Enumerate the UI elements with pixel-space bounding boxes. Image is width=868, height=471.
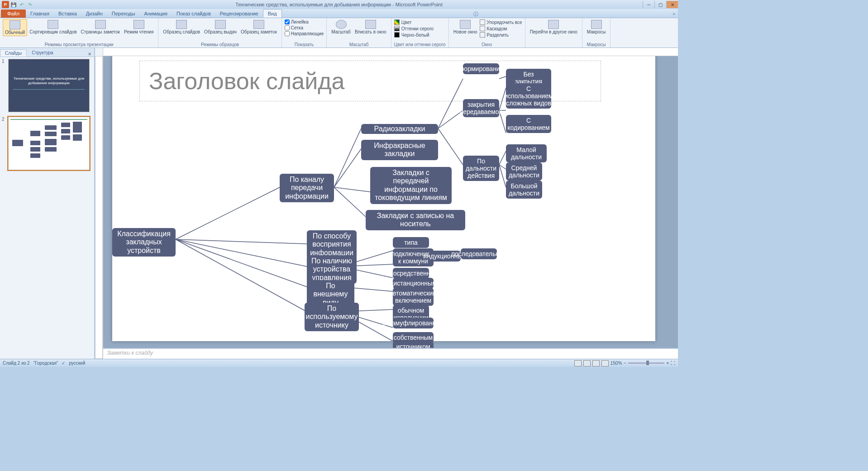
svg-line-11: [438, 128, 463, 165]
diagram-node[interactable]: Большой дальности: [506, 181, 542, 199]
spell-check-icon[interactable]: ✓: [62, 361, 65, 366]
close-button[interactable]: ✕: [666, 1, 678, 8]
diagram-node[interactable]: дистанционным: [393, 278, 434, 289]
switch-window-button[interactable]: Перейти в другое окно: [528, 19, 579, 35]
reading-view-status-button[interactable]: [592, 360, 600, 366]
grid-checkbox[interactable]: Сетка: [285, 25, 324, 31]
slide-thumbnail-1[interactable]: Технические средства, используемые для д…: [8, 59, 90, 112]
ruler-checkbox[interactable]: Линейка: [285, 19, 324, 25]
svg-line-8: [334, 187, 366, 217]
diagram-node[interactable]: Средней дальности: [506, 162, 542, 181]
diagram-node[interactable]: С использованием сложных видов: [506, 83, 551, 109]
slides-panel: Слайды Структура ✕ 1 Технические средств…: [0, 48, 95, 359]
svg-line-18: [499, 165, 506, 187]
tab-design[interactable]: Дизайн: [81, 10, 107, 18]
diagram-node[interactable]: Классификация закладных устройств: [112, 228, 176, 257]
svg-line-3: [176, 239, 307, 287]
tab-review[interactable]: Рецензирование: [215, 10, 263, 18]
group-presentation-views: Обычный Сортировщик слайдов Страницы зам…: [0, 18, 158, 48]
slide[interactable]: Заголовок слайда: [112, 56, 655, 341]
outline-tab[interactable]: Структура: [27, 49, 58, 57]
sorter-view-button[interactable]: Сортировщик слайдов: [28, 19, 78, 35]
maximize-button[interactable]: ▢: [654, 1, 666, 8]
notes-pane[interactable]: Заметки к слайду: [103, 348, 678, 359]
switch-window-icon: [548, 20, 559, 29]
normal-view-button[interactable]: Обычный: [3, 19, 27, 36]
reading-view-button[interactable]: Режим чтения: [122, 19, 155, 35]
notes-master-icon: [253, 20, 264, 29]
diagram-node[interactable]: С кодированием: [506, 115, 551, 133]
slide-thumbnail-2[interactable]: [8, 117, 90, 170]
normal-view-status-button[interactable]: [574, 360, 582, 366]
diagram-node[interactable]: Малой дальности: [506, 144, 547, 162]
diagram-node[interactable]: По дальности действия: [463, 156, 499, 181]
diagram-node[interactable]: закамуфлированном: [393, 318, 434, 328]
tab-home[interactable]: Главная: [26, 10, 54, 18]
new-window-icon: [460, 20, 471, 29]
tab-slideshow[interactable]: Показ слайдов: [172, 10, 215, 18]
save-icon[interactable]: 💾: [10, 1, 17, 8]
help-icon[interactable]: ⓘ: [471, 11, 481, 18]
slides-tab[interactable]: Слайды: [0, 49, 27, 57]
grayscale-button[interactable]: Оттенки серого: [394, 25, 446, 32]
diagram-node[interactable]: Радиозакладки: [361, 124, 438, 134]
new-window-button[interactable]: Новое окно: [452, 19, 479, 35]
group-label: [528, 42, 579, 48]
tab-insert[interactable]: Вставка: [54, 10, 81, 18]
zoom-out-button[interactable]: −: [624, 361, 626, 366]
ribbon-minimize-icon[interactable]: ^: [670, 12, 678, 18]
undo-icon[interactable]: ↶: [18, 1, 25, 8]
notes-master-button[interactable]: Образец заметок: [239, 19, 279, 35]
language-indicator[interactable]: русский: [69, 361, 85, 366]
bw-button[interactable]: Черно-белый: [394, 32, 446, 38]
cascade-button[interactable]: Каскадом: [480, 25, 522, 32]
zoom-in-button[interactable]: +: [666, 361, 669, 366]
diagram-node[interactable]: По наличию устройства управления: [307, 255, 357, 284]
diagram-node[interactable]: непосредственным: [393, 268, 429, 279]
file-tab[interactable]: Файл: [1, 10, 26, 18]
diagram-node[interactable]: По используемому источнику: [305, 303, 359, 331]
group-show: Линейка Сетка Направляющие Показать: [282, 18, 327, 48]
minimize-button[interactable]: ─: [643, 1, 654, 8]
slideshow-status-button[interactable]: [601, 360, 609, 366]
slide-canvas-area[interactable]: Заголовок слайда: [103, 56, 678, 348]
notes-page-button[interactable]: Страницы заметок: [79, 19, 122, 35]
diagram-node[interactable]: Закладки с передачей информации по токов…: [370, 167, 452, 204]
zoom-button[interactable]: Масштаб: [329, 19, 353, 35]
macros-button[interactable]: Макросы: [585, 19, 608, 35]
guides-checkbox[interactable]: Направляющие: [285, 31, 324, 37]
app-icon: P: [2, 1, 9, 8]
redo-icon[interactable]: ↷: [26, 1, 33, 8]
diagram-node[interactable]: источником: [393, 341, 434, 348]
diagram-node[interactable]: типа: [393, 237, 429, 248]
panel-close-icon[interactable]: ✕: [85, 52, 94, 57]
sorter-view-status-button[interactable]: [583, 360, 591, 366]
svg-line-2: [176, 239, 307, 266]
tab-animations[interactable]: Анимация: [139, 10, 172, 18]
diagram-node[interactable]: По способу восприятия информации: [307, 230, 357, 259]
diagram-node[interactable]: формирования: [463, 63, 499, 74]
diagram-node[interactable]: Закладки с записью на носитель: [366, 210, 465, 230]
tab-transitions[interactable]: Переходы: [107, 10, 140, 18]
diagram-node[interactable]: последовательное: [461, 248, 497, 259]
ribbon-tabs: Файл Главная Вставка Дизайн Переходы Ани…: [0, 9, 678, 18]
tab-view[interactable]: Вид: [263, 9, 282, 18]
slide-master-button[interactable]: Образец слайдов: [161, 19, 202, 35]
color-button[interactable]: Цвет: [394, 19, 446, 25]
handout-master-button[interactable]: Образец выдач: [202, 19, 238, 35]
notes-page-icon: [95, 20, 106, 29]
split-button[interactable]: Разделить: [480, 32, 522, 38]
diagram-node[interactable]: Инфракрасные закладки: [361, 140, 438, 160]
diagram-node[interactable]: По каналу передачи информации: [280, 174, 334, 202]
panel-tabs: Слайды Структура ✕: [0, 48, 94, 57]
fit-window-button[interactable]: Вписать в окно: [353, 19, 388, 35]
fit-to-window-button[interactable]: ⛶: [671, 361, 675, 366]
zoom-slider[interactable]: [628, 362, 664, 364]
diagram-node[interactable]: автоматическим включением: [393, 288, 434, 306]
thumbnail-row[interactable]: 1 Технические средства, используемые для…: [2, 59, 92, 112]
zoom-level[interactable]: 150%: [610, 361, 622, 366]
arrange-all-button[interactable]: Упорядочить все: [480, 19, 522, 25]
group-label: Режимы просмотра презентации: [3, 42, 155, 48]
thumbnail-row[interactable]: 2: [2, 117, 92, 170]
diagram-node[interactable]: закрытия передаваемой: [463, 99, 499, 117]
